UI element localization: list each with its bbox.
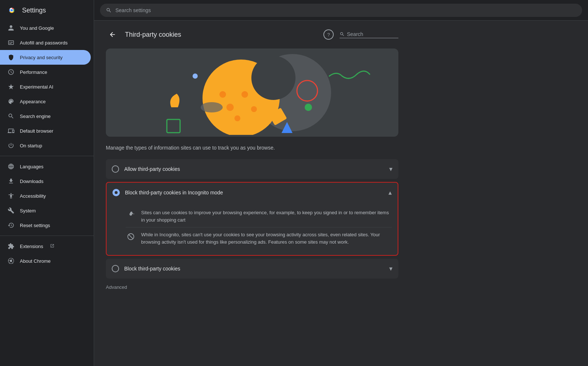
sidebar-item-performance[interactable]: Performance xyxy=(0,65,91,79)
sidebar-item-extensions[interactable]: Extensions xyxy=(0,239,91,254)
search-bar-icon xyxy=(106,7,112,13)
sidebar-label-reset: Reset settings xyxy=(20,223,50,228)
sidebar-label-extensions: Extensions xyxy=(20,244,43,249)
search-input[interactable] xyxy=(115,7,576,13)
sidebar-label-on-startup: On startup xyxy=(20,143,42,148)
radio-label-allow: Allow third-party cookies xyxy=(124,166,384,172)
sidebar-item-about[interactable]: About Chrome xyxy=(0,254,91,268)
search-bar[interactable] xyxy=(100,4,582,17)
sidebar-item-reset[interactable]: Reset settings xyxy=(0,218,91,233)
radio-option-block-incognito: Block third-party cookies in Incognito m… xyxy=(106,182,398,256)
chevron-up-icon-block-incognito: ▴ xyxy=(388,189,392,197)
header-search-icon xyxy=(340,32,345,37)
radio-circle-block-incognito[interactable] xyxy=(112,189,120,196)
sidebar: Settings You and Google Autofill and pas… xyxy=(0,0,94,366)
sidebar-item-you-and-google[interactable]: You and Google xyxy=(0,21,91,35)
sidebar-label-privacy: Privacy and security xyxy=(20,55,62,60)
detail-row-cookies: Sites can use cookies to improve your br… xyxy=(126,205,392,227)
svg-point-17 xyxy=(234,115,240,121)
svg-point-28 xyxy=(130,215,130,215)
sidebar-item-accessibility[interactable]: Accessibility xyxy=(0,189,91,203)
detail-text-incognito: While in Incognito, sites can't use your… xyxy=(141,231,392,245)
svg-point-4 xyxy=(11,9,13,11)
wrench-icon xyxy=(7,207,15,214)
block-detail-icon xyxy=(126,232,136,242)
svg-point-15 xyxy=(241,91,248,98)
topbar xyxy=(94,0,588,21)
detail-row-incognito: While in Incognito, sites can't use your… xyxy=(126,227,392,249)
svg-point-13 xyxy=(251,56,295,100)
sidebar-label-about: About Chrome xyxy=(20,258,51,264)
history-icon xyxy=(7,222,15,229)
page-title: Third-party cookies xyxy=(125,31,181,39)
person-icon xyxy=(7,24,15,32)
content-inner: Third-party cookies ? xyxy=(94,21,410,300)
sidebar-label-search-engine: Search engine xyxy=(20,114,51,119)
back-button[interactable] xyxy=(106,28,119,41)
radio-label-block-incognito: Block third-party cookies in Incognito m… xyxy=(125,190,383,195)
description-text: Manage the types of information sites ca… xyxy=(106,144,398,152)
sidebar-item-search-engine[interactable]: Search engine xyxy=(0,109,91,123)
header-search[interactable] xyxy=(340,31,398,38)
sidebar-item-downloads[interactable]: Downloads xyxy=(0,174,91,189)
svg-point-14 xyxy=(226,104,234,111)
sidebar-label-you-and-google: You and Google xyxy=(20,25,54,31)
shield-icon xyxy=(7,54,15,61)
svg-point-27 xyxy=(131,213,132,214)
sidebar-label-default-browser: Default browser xyxy=(20,128,53,134)
radio-option-details: Sites can use cookies to improve your br… xyxy=(107,202,398,255)
nav-divider-1 xyxy=(0,156,94,156)
radio-option-block-incognito-header[interactable]: Block third-party cookies in Incognito m… xyxy=(107,183,398,202)
sidebar-item-languages[interactable]: Languages xyxy=(0,159,91,174)
sidebar-item-autofill[interactable]: Autofill and passwords xyxy=(0,35,91,50)
power-icon xyxy=(7,142,15,149)
content-area: Third-party cookies ? xyxy=(94,21,588,366)
search-icon xyxy=(7,112,15,120)
detail-text-cookies: Sites can use cookies to improve your br… xyxy=(141,209,392,223)
svg-point-16 xyxy=(219,91,226,98)
radio-circle-block-all[interactable] xyxy=(112,265,119,272)
globe-icon xyxy=(7,163,15,170)
svg-point-21 xyxy=(305,104,312,111)
palette-icon xyxy=(7,98,15,105)
svg-point-23 xyxy=(201,102,223,112)
sidebar-item-on-startup[interactable]: On startup xyxy=(0,138,91,153)
content-header-left: Third-party cookies xyxy=(106,28,181,41)
content-header-right: ? xyxy=(323,29,398,40)
window-icon xyxy=(7,127,15,134)
help-button[interactable]: ? xyxy=(323,29,334,40)
radio-circle-allow[interactable] xyxy=(112,165,119,173)
chrome-nav-icon xyxy=(7,257,15,265)
content-header: Third-party cookies ? xyxy=(106,28,398,43)
sidebar-item-experimental-ai[interactable]: Experimental AI xyxy=(0,79,91,94)
gauge-icon xyxy=(7,68,15,76)
cookie-detail-icon xyxy=(126,209,136,220)
radio-option-block-all-header[interactable]: Block third-party cookies ▾ xyxy=(106,259,398,279)
sidebar-item-system[interactable]: System xyxy=(0,203,91,218)
sparkle-icon xyxy=(7,83,15,90)
sidebar-label-downloads: Downloads xyxy=(20,179,43,184)
content-search-input[interactable] xyxy=(347,31,398,37)
radio-option-allow-header[interactable]: Allow third-party cookies ▾ xyxy=(106,159,398,179)
badge-icon xyxy=(7,39,15,46)
svg-point-26 xyxy=(130,214,131,215)
sidebar-label-experimental-ai: Experimental AI xyxy=(20,84,53,90)
svg-line-8 xyxy=(11,259,13,260)
sidebar-item-appearance[interactable]: Appearance xyxy=(0,94,91,109)
external-link-icon xyxy=(50,244,54,249)
radio-option-block-all: Block third-party cookies ▾ xyxy=(106,259,398,279)
radio-option-allow: Allow third-party cookies ▾ xyxy=(106,159,398,179)
sidebar-label-appearance: Appearance xyxy=(20,99,46,104)
sidebar-label-system: System xyxy=(20,208,36,214)
sidebar-item-privacy[interactable]: Privacy and security xyxy=(0,50,91,65)
puzzle-icon xyxy=(7,243,15,250)
svg-point-18 xyxy=(251,106,257,112)
chevron-down-icon-allow: ▾ xyxy=(389,165,392,173)
app-title: Settings xyxy=(22,7,46,14)
main-content: Third-party cookies ? xyxy=(94,0,588,366)
svg-rect-25 xyxy=(167,119,180,133)
app-header: Settings xyxy=(0,0,94,21)
accessibility-icon xyxy=(7,192,15,200)
advanced-label: Advanced xyxy=(106,284,398,293)
sidebar-item-default-browser[interactable]: Default browser xyxy=(0,123,91,138)
